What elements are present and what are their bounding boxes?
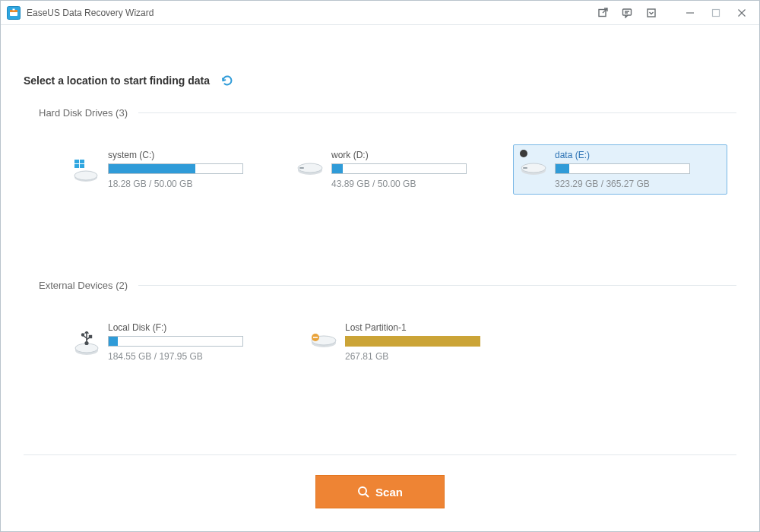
- maximize-button[interactable]: [703, 2, 729, 24]
- lost-partition-icon: [310, 331, 337, 348]
- svg-rect-23: [90, 336, 92, 338]
- capacity-bar-lost: [345, 336, 480, 347]
- main-content: Select a location to start finding data …: [1, 25, 759, 367]
- svg-rect-16: [299, 167, 304, 169]
- app-title: EaseUS Data Recovery Wizard: [27, 8, 154, 18]
- svg-point-24: [85, 342, 88, 345]
- capacity-fill: [109, 337, 118, 346]
- capacity-fill: [332, 164, 343, 173]
- hdd-icon: [296, 159, 324, 176]
- svg-point-29: [359, 487, 366, 495]
- capacity-bar: [555, 163, 690, 174]
- capacity-bar: [108, 336, 243, 347]
- titlebar-actions: [591, 5, 663, 21]
- feedback-icon[interactable]: [615, 5, 639, 21]
- section-hdd-header: Hard Disk Drives (3): [24, 107, 736, 119]
- capacity-bar: [108, 163, 243, 174]
- drive-label: system (C:): [108, 150, 274, 160]
- hdd-drive-grid: system (C:) 18.28 GB / 50.00 GB: [24, 144, 736, 195]
- scan-button[interactable]: Scan: [315, 475, 445, 508]
- window-controls: [677, 2, 755, 24]
- section-hdd-label: Hard Disk Drives (3): [39, 107, 128, 119]
- drive-card-system-c[interactable]: system (C:) 18.28 GB / 50.00 GB: [66, 144, 280, 195]
- capacity-fill: [109, 164, 195, 173]
- share-icon[interactable]: [591, 5, 615, 21]
- section-rule: [138, 112, 736, 113]
- close-button[interactable]: [729, 2, 755, 24]
- section-external-label: External Devices (2): [39, 280, 128, 291]
- page-heading: Select a location to start finding data: [24, 74, 736, 87]
- drive-label: work (D:): [331, 150, 497, 160]
- capacity-bar: [331, 163, 467, 174]
- capacity-fill: [556, 164, 569, 173]
- section-rule: [138, 285, 736, 286]
- svg-rect-12: [74, 164, 79, 168]
- refresh-icon[interactable]: [220, 74, 234, 87]
- svg-rect-11: [80, 160, 84, 163]
- hdd-icon: [520, 159, 547, 176]
- radio-indicator: [520, 150, 527, 157]
- search-icon: [357, 486, 369, 498]
- section-hdd: Hard Disk Drives (3) s: [24, 107, 736, 195]
- drive-label: data (E:): [555, 150, 720, 160]
- svg-point-9: [74, 171, 97, 180]
- drive-card-data-e[interactable]: data (E:) 323.29 GB / 365.27 GB: [513, 144, 727, 195]
- svg-rect-28: [313, 337, 318, 338]
- page-heading-text: Select a location to start finding data: [24, 74, 210, 87]
- drive-size: 267.81 GB: [345, 351, 524, 362]
- drive-card-lost-partition-1[interactable]: Lost Partition-1 267.81 GB: [303, 317, 531, 367]
- drive-card-work-d[interactable]: work (D:) 43.89 GB / 50.00 GB: [290, 144, 504, 195]
- svg-point-22: [82, 334, 84, 336]
- section-external-header: External Devices (2): [24, 280, 736, 291]
- usb-drive-icon: [73, 331, 100, 356]
- svg-rect-19: [523, 167, 527, 169]
- external-drive-grid: Local Disk (F:) 184.55 GB / 197.95 GB: [24, 317, 736, 367]
- drive-label: Local Disk (F:): [108, 322, 287, 333]
- svg-rect-10: [74, 160, 79, 163]
- svg-rect-6: [648, 9, 655, 17]
- drive-size: 43.89 GB / 50.00 GB: [331, 179, 497, 189]
- svg-rect-5: [623, 9, 632, 15]
- minimize-button[interactable]: [677, 2, 703, 24]
- drive-size: 323.29 GB / 365.27 GB: [555, 179, 720, 189]
- menu-dropdown-icon[interactable]: [639, 5, 663, 21]
- windows-drive-icon: [73, 159, 100, 183]
- drive-size: 184.55 GB / 197.95 GB: [108, 351, 287, 362]
- svg-rect-3: [13, 8, 15, 10]
- drive-card-localdisk-f[interactable]: Local Disk (F:) 184.55 GB / 197.95 GB: [66, 317, 294, 367]
- app-icon: [7, 6, 21, 20]
- svg-rect-13: [80, 164, 84, 168]
- footer-rule: [24, 454, 736, 455]
- drive-size: 18.28 GB / 50.00 GB: [108, 179, 274, 189]
- scan-button-label: Scan: [375, 486, 403, 499]
- svg-rect-7: [713, 9, 720, 16]
- section-external: External Devices (2): [24, 280, 736, 367]
- drive-label: Lost Partition-1: [345, 322, 524, 333]
- titlebar: EaseUS Data Recovery Wizard: [1, 1, 759, 25]
